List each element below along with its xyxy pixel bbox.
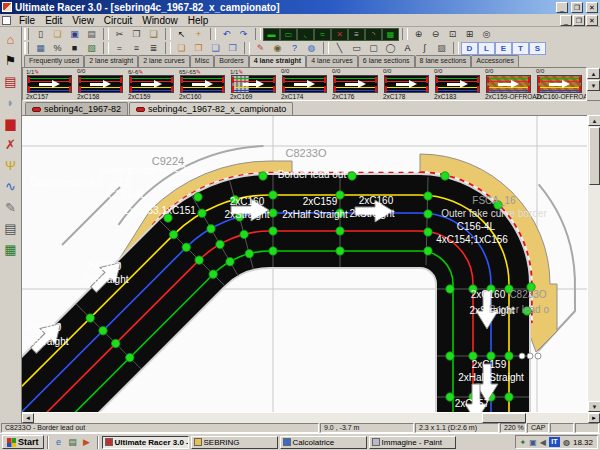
draw-ellipse-icon[interactable]: ◯ <box>382 42 399 55</box>
draw-rounded-rect-icon[interactable]: ▢ <box>365 42 382 55</box>
2 lane straight[interactable]: 2 lane straight <box>84 55 138 67</box>
draw-text-icon[interactable]: A <box>399 42 416 55</box>
2xC183[interactable]: 0/0 2xC183 <box>432 68 483 100</box>
Immagine - Paint[interactable]: Immagine - Paint <box>369 436 456 449</box>
toolbar-grip[interactable] <box>24 42 29 54</box>
print-icon[interactable]: ▤ <box>83 28 100 41</box>
color-picker-icon[interactable]: ✎ <box>252 42 269 55</box>
start-button[interactable]: Start <box>2 435 44 449</box>
Frequently used[interactable]: Frequently used <box>24 55 84 67</box>
insert-straight-icon[interactable]: ▬ <box>263 28 280 41</box>
Help[interactable]: Help <box>183 15 214 26</box>
zoom-100-icon[interactable]: ◎ <box>478 28 495 41</box>
help-icon[interactable]: ? <box>286 42 303 55</box>
Misc[interactable]: Misc <box>190 55 214 67</box>
paste-icon[interactable]: ❑ <box>145 28 162 41</box>
two-lane-view-icon[interactable]: = <box>111 42 128 55</box>
2xC159[interactable]: 6/-6✎ 2xC159 <box>126 68 177 100</box>
track-node-dot[interactable] <box>86 314 94 322</box>
track-node-dot[interactable] <box>195 256 203 264</box>
track-node-dot[interactable] <box>209 270 217 278</box>
grid-toggle-icon[interactable]: ▦ <box>32 42 49 55</box>
zoom-selection-icon[interactable]: ⊡ <box>444 28 461 41</box>
statistics-icon[interactable]: ∿ <box>1 176 20 196</box>
trophy-icon[interactable]: Ψ <box>1 155 20 175</box>
vertical-scrollbar[interactable]: ▲ ▼ <box>587 115 600 412</box>
Window[interactable]: Window <box>137 15 183 26</box>
minimize-button[interactable]: _ <box>556 2 568 13</box>
border-handle-dot[interactable] <box>535 353 541 359</box>
track-canvas[interactable]: C9224C8233OOuter border R3 - 22,5Outer b… <box>22 115 587 412</box>
vertical-scroll-thumb[interactable] <box>589 127 600 185</box>
bring-to-front-icon[interactable]: ❏ <box>173 42 190 55</box>
2xC158[interactable]: 0/0 2xC158 <box>75 68 126 100</box>
mdi-close-button[interactable]: ✕ <box>586 15 598 26</box>
save-icon[interactable]: ▣ <box>66 28 83 41</box>
track-node-dot[interactable] <box>505 393 513 401</box>
part-tool-s-icon[interactable]: S <box>529 42 546 55</box>
notes-icon[interactable]: ✎ <box>1 197 20 217</box>
track-node-dot[interactable] <box>182 243 190 251</box>
draw-curve-icon[interactable]: ʃ <box>416 42 433 55</box>
track-node-dot[interactable] <box>269 227 277 235</box>
Circuit[interactable]: Circuit <box>99 15 137 26</box>
part-tool-l-icon[interactable]: L <box>478 42 495 55</box>
media-player-icon[interactable]: ▶ <box>80 436 94 449</box>
track-node-dot[interactable] <box>226 258 234 266</box>
2xC160[interactable]: 65/-65✎ 2xC160 <box>177 68 228 100</box>
border-handle-dot[interactable] <box>519 353 525 359</box>
Ultimate Racer 3.0 - [s...[interactable]: Ultimate Racer 3.0 - [s... <box>102 436 189 449</box>
track-node-dot[interactable] <box>269 209 277 217</box>
track-tools-icon[interactable]: ✗ <box>1 134 20 154</box>
track-node-dot[interactable] <box>207 225 215 233</box>
mdi-restore-button[interactable]: ❐ <box>573 15 585 26</box>
zoom-in-icon[interactable]: ⊕ <box>410 28 427 41</box>
new-file-icon[interactable]: ▯ <box>32 28 49 41</box>
4 lane curves[interactable]: 4 lane curves <box>306 55 358 67</box>
track-node-dot[interactable] <box>259 172 267 180</box>
redo-icon[interactable]: ↷ <box>235 28 252 41</box>
slot-cars-icon[interactable]: ▤ <box>1 71 20 91</box>
lane-change-icon[interactable]: ≈ <box>314 28 331 41</box>
background-image-icon[interactable]: ▧ <box>83 42 100 55</box>
track-node-dot[interactable] <box>240 230 248 238</box>
track-node-dot[interactable] <box>441 172 449 180</box>
document-icon[interactable] <box>2 16 11 25</box>
restore-button[interactable]: ❐ <box>571 2 583 13</box>
display-settings-icon[interactable]: ▣ <box>529 438 537 447</box>
select-cursor-icon[interactable]: ↖ <box>173 28 190 41</box>
View[interactable]: View <box>67 15 99 26</box>
2xC160-OFFROAD[interactable]: 0/0 2xC160-OFFROAD <box>534 68 585 100</box>
track-node-dot[interactable] <box>424 192 432 200</box>
windows-update-icon[interactable]: ◍ <box>563 438 570 447</box>
2xC159-OFFROAD[interactable]: 0/0 2xC159-OFFROAD <box>483 68 534 100</box>
send-to-back-icon[interactable]: ❐ <box>190 42 207 55</box>
mdi-minimize-button[interactable]: _ <box>560 15 572 26</box>
pan-icon[interactable]: + <box>190 28 207 41</box>
2xC178[interactable]: 0/0 2xC178 <box>381 68 432 100</box>
scale-icon[interactable]: % <box>49 42 66 55</box>
four-lane-view-icon[interactable]: ≡ <box>128 42 145 55</box>
track-node-dot[interactable] <box>169 230 177 238</box>
scroll-left-button[interactable]: ◄ <box>22 413 34 423</box>
4 lane straight[interactable]: 4 lane straight <box>249 55 306 67</box>
undo-icon[interactable]: ↶ <box>218 28 235 41</box>
Calcolatrice[interactable]: Calcolatrice <box>280 436 367 449</box>
track-node-dot[interactable] <box>446 285 454 293</box>
insert-half-straight-icon[interactable]: ▭ <box>280 28 297 41</box>
pit-lane-icon[interactable]: ≡ <box>348 28 365 41</box>
part-tool-d-icon[interactable]: D <box>461 42 478 55</box>
2xC157[interactable]: 1/1✎ 2xC157 <box>24 68 75 100</box>
zoom-out-icon[interactable]: ⊖ <box>427 28 444 41</box>
draw-line-icon[interactable]: ╲ <box>331 42 348 55</box>
language-indicator[interactable]: IT <box>549 437 560 447</box>
Borders[interactable]: Borders <box>214 55 249 67</box>
helmet-icon[interactable]: ◗ <box>1 92 20 112</box>
track-node-dot[interactable] <box>198 209 206 217</box>
print-track-icon[interactable]: ▤ <box>1 218 20 238</box>
toolbar-grip[interactable] <box>24 28 29 40</box>
send-backward-icon[interactable]: ❒ <box>224 42 241 55</box>
race-flags-icon[interactable]: ⚑ <box>1 50 20 70</box>
six-lane-view-icon[interactable]: ≣ <box>145 42 162 55</box>
SEBRING[interactable]: SEBRING <box>191 436 278 449</box>
